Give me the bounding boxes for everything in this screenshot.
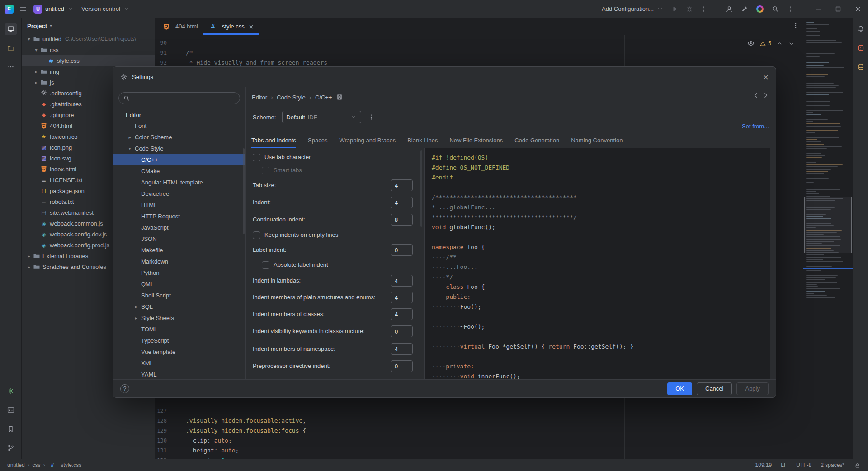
project-tree-item-css[interactable]: ▾css	[22, 44, 155, 55]
commit-tool-window-icon[interactable]	[5, 42, 17, 54]
project-widget[interactable]: U untitled	[30, 3, 78, 15]
tab-size-input[interactable]	[391, 179, 413, 191]
settings-nav-python[interactable]: Python	[113, 267, 245, 278]
line-number[interactable]: 129	[155, 426, 167, 436]
settings-sync-icon[interactable]	[5, 385, 17, 397]
project-panel-header[interactable]: Project ▾	[22, 18, 155, 33]
checkbox-label[interactable]: Smart tabs	[274, 165, 302, 176]
settings-nav-makefile[interactable]: Makefile	[113, 245, 245, 256]
settings-nav-devicetree[interactable]: Devicetree	[113, 188, 245, 199]
previous-problem-icon[interactable]	[776, 40, 783, 47]
status-breadcrumbs[interactable]: untitled›css›#style.css	[7, 462, 81, 468]
minimap-viewport[interactable]	[804, 197, 852, 253]
notifications-icon[interactable]	[854, 23, 867, 35]
checkbox-label[interactable]: Keep indents on empty lines	[264, 229, 338, 241]
preprocessor-directive-indent-input[interactable]	[391, 360, 413, 372]
status-crumb-style-css[interactable]: style.css	[61, 462, 81, 468]
continuation-indent-input[interactable]	[391, 214, 413, 226]
caret-position[interactable]: 109:19	[755, 462, 772, 468]
breadcrumb-item-editor[interactable]: Editor	[252, 94, 267, 101]
settings-nav-code-style[interactable]: ▾Code Style	[113, 143, 245, 154]
plugin-ring-icon[interactable]	[753, 2, 767, 16]
codestyle-tab-new-file-extensions[interactable]: New File Extensions	[449, 132, 503, 148]
tree-chevron-icon[interactable]: ▾	[33, 47, 40, 52]
line-number[interactable]: 128	[155, 416, 167, 426]
line-number[interactable]: 130	[155, 436, 167, 446]
indent-in-lambdas-input[interactable]	[391, 275, 413, 287]
breadcrumb-item-code-style[interactable]: Code Style	[277, 94, 306, 101]
scheme-save-icon[interactable]	[336, 94, 343, 101]
tree-chevron-icon[interactable]: ▾	[25, 37, 33, 42]
back-icon[interactable]	[752, 92, 760, 99]
use-tab-character-checkbox[interactable]	[253, 154, 260, 161]
build-icon[interactable]	[738, 2, 751, 16]
settings-nav-color-scheme[interactable]: ▸Color Scheme	[113, 132, 245, 143]
form-scrollbar[interactable]	[420, 150, 422, 227]
breadcrumb-item-c-c[interactable]: C/C++	[315, 94, 332, 101]
settings-nav-html[interactable]: HTML	[113, 199, 245, 211]
settings-nav-cmake[interactable]: CMake	[113, 165, 245, 177]
terminal-tool-window-icon[interactable]	[5, 404, 17, 416]
editor-minimap[interactable]	[803, 18, 853, 459]
run-icon[interactable]	[668, 2, 682, 16]
more-tool-windows-icon[interactable]	[5, 61, 17, 73]
bookmarks-tool-window-icon[interactable]	[5, 423, 17, 435]
database-tool-window-icon[interactable]	[854, 61, 867, 73]
settings-nav-sql[interactable]: ▸SQL	[113, 301, 245, 312]
project-tree-item-style-css[interactable]: #style.css	[22, 55, 155, 66]
tree-chevron-icon[interactable]: ▾	[127, 146, 133, 151]
problems-tool-window-icon[interactable]	[854, 42, 867, 54]
settings-nav-c-c[interactable]: C/C++	[113, 154, 245, 165]
highlighting-level-icon[interactable]	[747, 40, 755, 47]
forward-icon[interactable]	[762, 92, 769, 99]
status-crumb-untitled[interactable]: untitled	[7, 462, 25, 468]
project-tool-window-icon[interactable]	[5, 23, 17, 35]
line-number[interactable]: 132	[155, 456, 167, 459]
more-run-actions-icon[interactable]	[697, 2, 711, 16]
add-configuration-button[interactable]: Add Configuration...	[598, 4, 667, 14]
smart-tabs-checkbox[interactable]	[262, 167, 269, 174]
tree-chevron-icon[interactable]: ▸	[25, 254, 33, 259]
scheme-dropdown[interactable]: Default IDE	[282, 111, 361, 123]
readonly-lock-icon[interactable]	[854, 462, 861, 469]
window-minimize-button[interactable]	[808, 0, 828, 18]
tab-close-icon[interactable]: ×	[249, 23, 254, 30]
cancel-button[interactable]: Cancel	[697, 382, 732, 395]
tree-chevron-icon[interactable]: ▸	[127, 135, 133, 140]
main-menu-icon[interactable]	[16, 2, 30, 16]
keep-indents-on-empty-lines-checkbox[interactable]	[253, 231, 260, 239]
settings-nav-typescript[interactable]: TypeScript	[113, 335, 245, 346]
settings-nav-xml[interactable]: XML	[113, 358, 245, 369]
line-number[interactable]: 127	[155, 406, 167, 416]
settings-nav-toml[interactable]: TOML	[113, 324, 245, 335]
vcs-widget[interactable]: Version control	[78, 4, 134, 14]
indent-input[interactable]	[391, 197, 413, 208]
settings-nav-http-request[interactable]: HTTP Request	[113, 211, 245, 222]
git-tool-window-icon[interactable]	[5, 442, 17, 454]
editor-tab-options-icon[interactable]	[792, 22, 799, 29]
ok-button[interactable]: OK	[667, 382, 692, 395]
settings-nav-json[interactable]: JSON	[113, 233, 245, 245]
settings-nav-qml[interactable]: QML	[113, 278, 245, 290]
tree-chevron-icon[interactable]: ▸	[133, 304, 139, 309]
codestyle-tab-wrapping-and-braces[interactable]: Wrapping and Braces	[339, 132, 396, 148]
set-from-link[interactable]: Set from...	[742, 123, 769, 130]
code-with-me-icon[interactable]	[722, 2, 736, 16]
project-tree-item-untitled[interactable]: ▾untitledC:\Users\User\CLionProjects\	[22, 33, 155, 44]
tree-chevron-icon[interactable]: ▸	[133, 316, 139, 320]
indent-visibility-keywords-in-class-structure-input[interactable]	[391, 325, 413, 337]
line-number[interactable]: 91	[155, 48, 167, 58]
apply-button[interactable]: Apply	[736, 382, 769, 395]
help-button[interactable]: ?	[120, 384, 129, 393]
settings-nav-yaml[interactable]: YAML	[113, 369, 245, 379]
editor-tab-404-html[interactable]: 404.html	[157, 18, 203, 35]
editor-tab-style-css[interactable]: #style.css×	[203, 18, 259, 35]
settings-nav-vue-template[interactable]: Vue template	[113, 346, 245, 358]
tree-chevron-icon[interactable]: ▸	[25, 264, 33, 269]
settings-nav-section-editor[interactable]: Editor	[113, 109, 245, 120]
line-ending[interactable]: LF	[781, 462, 787, 468]
file-encoding[interactable]: UTF-8	[796, 462, 811, 468]
settings-nav-font[interactable]: Font	[113, 120, 245, 132]
debug-icon[interactable]	[683, 2, 696, 16]
codestyle-tab-code-generation[interactable]: Code Generation	[514, 132, 559, 148]
